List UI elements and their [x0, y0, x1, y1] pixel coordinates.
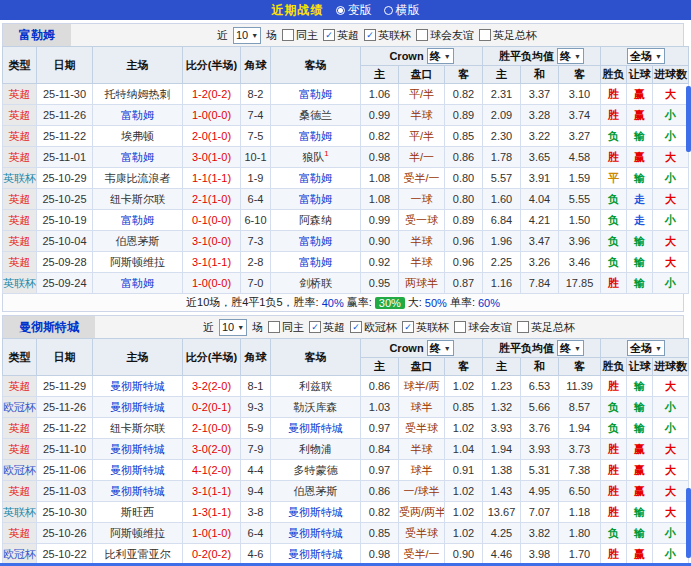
cell-away-team[interactable]: 剑桥联 — [271, 273, 361, 294]
away-team-name[interactable]: 曼彻斯特城 — [288, 422, 343, 434]
home-team-name[interactable]: 阿斯顿维拉 — [110, 527, 165, 539]
cell-away-team[interactable]: 勒沃库森 — [271, 397, 361, 418]
league-filter-checkbox[interactable]: ✓ 英超 — [309, 320, 345, 335]
vertical-scrollbar-thumb-bottom[interactable] — [686, 488, 691, 558]
avg-odds-stage-select[interactable]: 终▼ — [557, 340, 584, 356]
cell-away-team[interactable]: 富勒姆 — [271, 168, 361, 189]
vertical-scrollbar-thumb-top[interactable] — [686, 86, 691, 152]
league-filter-checkbox[interactable]: 同主 — [282, 28, 318, 43]
recent-count-select[interactable]: 10▼ — [219, 319, 247, 336]
crown-odds-stage-select[interactable]: 终▼ — [427, 48, 454, 64]
home-team-name[interactable]: 纽卡斯尔联 — [110, 193, 165, 205]
scope-select[interactable]: 全场▼ — [627, 48, 665, 64]
cell-away-team[interactable]: 伯恩茅斯 — [271, 481, 361, 502]
home-team-name[interactable]: 富勒姆 — [121, 109, 154, 121]
cell-home-team[interactable]: 比利亚雷亚尔 — [93, 544, 183, 565]
home-team-name[interactable]: 富勒姆 — [121, 151, 154, 163]
cell-home-team[interactable]: 韦康比流浪者 — [93, 168, 183, 189]
cell-home-team[interactable]: 富勒姆 — [93, 147, 183, 168]
cell-home-team[interactable]: 托特纳姆热刺 — [93, 84, 183, 105]
cell-away-team[interactable]: 利物浦 — [271, 439, 361, 460]
cell-home-team[interactable]: 富勒姆 — [93, 105, 183, 126]
league-filter-checkbox[interactable]: ✓ 欧冠杯 — [350, 320, 397, 335]
league-filter-checkbox[interactable]: ✓ 英联杯 — [402, 320, 449, 335]
league-filter-checkbox[interactable]: ✓ 英联杯 — [364, 28, 411, 43]
cell-away-team[interactable]: 曼彻斯特城 — [271, 502, 361, 523]
away-team-name[interactable]: 利物浦 — [299, 443, 332, 455]
cell-away-team[interactable]: 利兹联 — [271, 376, 361, 397]
cell-away-team[interactable]: 桑德兰 — [271, 105, 361, 126]
home-team-name[interactable]: 富勒姆 — [121, 214, 154, 226]
cell-away-team[interactable]: 富勒姆 — [271, 252, 361, 273]
cell-home-team[interactable]: 富勒姆 — [93, 273, 183, 294]
cell-home-team[interactable]: 富勒姆 — [93, 210, 183, 231]
away-team-name[interactable]: 桑德兰 — [299, 109, 332, 121]
checkbox-icon[interactable] — [454, 321, 466, 333]
home-team-name[interactable]: 比利亚雷亚尔 — [105, 548, 171, 560]
radio-icon[interactable] — [336, 6, 345, 15]
cell-away-team[interactable]: 曼彻斯特城 — [271, 523, 361, 544]
cell-home-team[interactable]: 纽卡斯尔联 — [93, 418, 183, 439]
home-team-name[interactable]: 曼彻斯特城 — [110, 401, 165, 413]
home-team-name[interactable]: 伯恩茅斯 — [116, 235, 160, 247]
home-team-name[interactable]: 斯旺西 — [121, 506, 154, 518]
cell-away-team[interactable]: 曼彻斯特城 — [271, 544, 361, 565]
cell-home-team[interactable]: 曼彻斯特城 — [93, 376, 183, 397]
crown-odds-stage-select[interactable]: 终▼ — [427, 340, 454, 356]
away-team-name[interactable]: 曼彻斯特城 — [288, 506, 343, 518]
league-filter-checkbox[interactable]: 同主 — [268, 320, 304, 335]
mode-option-hengban[interactable]: 横版 — [384, 2, 420, 19]
away-team-name[interactable]: 富勒姆 — [299, 193, 332, 205]
cell-home-team[interactable]: 阿斯顿维拉 — [93, 252, 183, 273]
avg-odds-stage-select[interactable]: 终▼ — [557, 48, 584, 64]
checkbox-icon[interactable]: ✓ — [350, 321, 362, 333]
mode-option-bianban[interactable]: 变版 — [336, 2, 372, 19]
away-team-name[interactable]: 伯恩茅斯 — [294, 485, 338, 497]
cell-home-team[interactable]: 斯旺西 — [93, 502, 183, 523]
checkbox-icon[interactable] — [416, 29, 428, 41]
league-filter-checkbox[interactable]: 球会友谊 — [454, 320, 512, 335]
away-team-name[interactable]: 富勒姆 — [299, 172, 332, 184]
checkbox-icon[interactable]: ✓ — [402, 321, 414, 333]
cell-away-team[interactable]: 狼队1 — [271, 147, 361, 168]
cell-home-team[interactable]: 曼彻斯特城 — [93, 481, 183, 502]
cell-home-team[interactable]: 纽卡斯尔联 — [93, 189, 183, 210]
home-team-name[interactable]: 韦康比流浪者 — [105, 172, 171, 184]
checkbox-icon[interactable]: ✓ — [323, 29, 335, 41]
checkbox-icon[interactable]: ✓ — [309, 321, 321, 333]
cell-home-team[interactable]: 曼彻斯特城 — [93, 397, 183, 418]
cell-home-team[interactable]: 阿斯顿维拉 — [93, 523, 183, 544]
checkbox-icon[interactable] — [268, 321, 280, 333]
home-team-name[interactable]: 托特纳姆热刺 — [105, 88, 171, 100]
checkbox-icon[interactable] — [479, 29, 491, 41]
away-team-name[interactable]: 曼彻斯特城 — [288, 527, 343, 539]
radio-icon[interactable] — [384, 6, 393, 15]
home-team-name[interactable]: 曼彻斯特城 — [110, 380, 165, 392]
league-filter-checkbox[interactable]: 英足总杯 — [517, 320, 575, 335]
away-team-name[interactable]: 富勒姆 — [299, 235, 332, 247]
home-team-name[interactable]: 纽卡斯尔联 — [110, 422, 165, 434]
cell-home-team[interactable]: 埃弗顿 — [93, 126, 183, 147]
cell-away-team[interactable]: 富勒姆 — [271, 126, 361, 147]
cell-away-team[interactable]: 富勒姆 — [271, 189, 361, 210]
recent-count-select[interactable]: 10▼ — [233, 27, 261, 44]
cell-away-team[interactable]: 富勒姆 — [271, 84, 361, 105]
away-team-name[interactable]: 富勒姆 — [299, 88, 332, 100]
home-team-name[interactable]: 曼彻斯特城 — [110, 464, 165, 476]
away-team-name[interactable]: 勒沃库森 — [294, 401, 338, 413]
checkbox-icon[interactable] — [282, 29, 294, 41]
cell-away-team[interactable]: 多特蒙德 — [271, 460, 361, 481]
league-filter-checkbox[interactable]: 英足总杯 — [479, 28, 537, 43]
away-team-name[interactable]: 曼彻斯特城 — [288, 548, 343, 560]
checkbox-icon[interactable] — [517, 321, 529, 333]
league-filter-checkbox[interactable]: 球会友谊 — [416, 28, 474, 43]
scope-select[interactable]: 全场▼ — [627, 340, 665, 356]
home-team-name[interactable]: 富勒姆 — [121, 277, 154, 289]
checkbox-icon[interactable]: ✓ — [364, 29, 376, 41]
home-team-name[interactable]: 曼彻斯特城 — [110, 443, 165, 455]
cell-home-team[interactable]: 曼彻斯特城 — [93, 439, 183, 460]
away-team-name[interactable]: 利兹联 — [299, 380, 332, 392]
away-team-name[interactable]: 富勒姆 — [299, 130, 332, 142]
cell-away-team[interactable]: 阿森纳 — [271, 210, 361, 231]
away-team-name[interactable]: 多特蒙德 — [294, 464, 338, 476]
